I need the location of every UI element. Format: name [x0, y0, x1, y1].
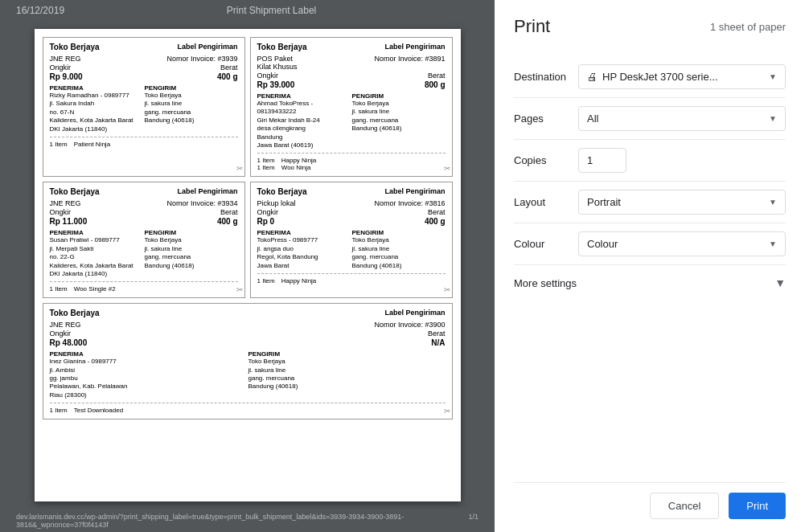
label2-invoice: Nomor Invoice: #3891: [374, 55, 445, 71]
label3-pengirim-addr1: jl. sakura line: [145, 245, 238, 253]
label1-invoice: Nomor Invoice: #3939: [166, 55, 237, 63]
label4-penerima-title: PENERIMA: [257, 229, 351, 236]
label2-pengirim-addr1: jl. sakura line: [352, 108, 446, 116]
destination-control: 🖨 HP DeskJet 3700 serie... ▼: [578, 64, 786, 89]
label5-pengirim-name: Toko Berjaya: [248, 358, 446, 366]
label2-ongkir-val: Rp 39.000: [257, 80, 295, 89]
label4-pengirim-name: Toko Berjaya: [352, 236, 446, 244]
preview-content[interactable]: Toko Berjaya Label Pengiriman JNE REG No…: [0, 21, 495, 509]
label5-berat-lbl: Berat: [428, 329, 446, 338]
label1-shop: Toko Berjaya: [50, 43, 100, 51]
label5-ongkir-val: Rp 48.000: [50, 338, 88, 347]
label1-ongkir-val: Rp 9.000: [50, 72, 83, 81]
label4-pengirim-addr1: jl. sakura line: [352, 245, 446, 253]
print-panel-header: Print 1 sheet of paper: [514, 16, 786, 37]
label3-penerima-title: PENERIMA: [50, 229, 143, 236]
pages-dropdown[interactable]: All ▼: [578, 106, 786, 131]
label2-pengirim-name: Toko Berjaya: [352, 100, 446, 108]
label1-penerima-addr1: jl. Sakura Indah: [50, 100, 143, 108]
layout-dropdown[interactable]: Portrait ▼: [578, 190, 786, 215]
label5-penerima-addr1: jl. Ambisi: [50, 366, 247, 374]
panel-footer: Cancel Print: [514, 482, 786, 519]
print-button[interactable]: Print: [729, 493, 786, 519]
label4-pengirim-addr3: Bandung (40618): [352, 262, 446, 270]
layout-label: Layout: [514, 196, 578, 208]
label2-items1-count: 1 Item: [257, 157, 275, 164]
cut-icon-1: ✂: [236, 164, 243, 173]
label5-penerima-addr3: Pelalawan, Kab. Pelalawan: [50, 383, 247, 391]
colour-control: Colour ▼: [578, 231, 786, 256]
label1-pengirim-addr1: jl. sakura line: [145, 100, 238, 108]
cut-icon-3: ✂: [236, 285, 243, 294]
cancel-button[interactable]: Cancel: [650, 493, 719, 519]
pages-control: All ▼: [578, 106, 786, 131]
label-card-2: Toko Berjaya Label Pengiriman POS Paket …: [250, 37, 453, 177]
label5-shop: Toko Berjaya: [50, 309, 100, 317]
copies-label: Copies: [514, 154, 578, 166]
label4-berat-val: 400 g: [425, 217, 446, 226]
label2-items1-name: Happy Ninja: [281, 157, 317, 164]
label2-berat-lbl: Berat: [428, 72, 446, 80]
label2-shop: Toko Berjaya: [257, 43, 307, 51]
print-panel: Print 1 sheet of paper Destination 🖨 HP …: [495, 0, 805, 532]
colour-dropdown[interactable]: Colour ▼: [578, 231, 786, 256]
layout-row: Layout Portrait ▼: [514, 182, 786, 223]
pages-chevron-icon: ▼: [769, 114, 777, 123]
label3-shop: Toko Berjaya: [50, 187, 100, 196]
settings-list: Destination 🖨 HP DeskJet 3700 serie... ▼…: [514, 56, 786, 482]
label2-ongkir-lbl: Ongkir: [257, 72, 279, 80]
label3-ongkir-val: Rp 11.000: [50, 217, 88, 226]
label4-service: Pickup lokal: [257, 199, 296, 207]
preview-footer: dev.larismanis.dev.cc/wp-admin/?print_sh…: [0, 509, 495, 532]
label4-penerima-addr2: Regol, Kota Bandung: [257, 253, 351, 261]
sheet-info: 1 sheet of paper: [710, 21, 786, 33]
label2-pengirim-title: PENGIRIM: [352, 92, 446, 100]
label3-penerima-addr2: no. 22-G: [50, 253, 143, 261]
label5-penerima-addr4: Riau (28300): [50, 391, 247, 399]
label4-shop: Toko Berjaya: [257, 187, 307, 196]
label-card-3: Toko Berjaya Label Pengiriman JNE REG No…: [43, 182, 245, 298]
label1-berat-val: 400 g: [217, 72, 238, 81]
layout-chevron-icon: ▼: [769, 198, 777, 207]
label5-penerima-addr2: gg. jambu: [50, 374, 247, 383]
label3-penerima-addr3: Kalideres, Kota Jakarta Barat: [50, 262, 143, 270]
label5-berat-val: N/A: [431, 338, 445, 347]
copies-row: Copies: [514, 140, 786, 182]
label2-items2-name: Woo Ninja: [281, 164, 311, 171]
label1-service: JNE REG: [50, 55, 81, 63]
label2-items2-count: 1 Item: [257, 164, 275, 171]
label4-penerima-addr1: jl. angsa duo: [257, 245, 351, 253]
label5-penerima-name: Inez Gianina - 0989777: [50, 358, 247, 366]
print-title: Print: [514, 16, 550, 37]
label1-pengirim-addr2: gang. mercuana: [145, 108, 238, 117]
pages-row: Pages All ▼: [514, 98, 786, 140]
label4-items-count: 1 Item: [257, 277, 275, 284]
label5-items-name: Test Downloaded: [74, 407, 123, 414]
destination-dropdown[interactable]: 🖨 HP DeskJet 3700 serie... ▼: [578, 64, 786, 89]
label3-penerima-addr1: jl. Merpati Sakti: [50, 245, 143, 253]
label3-pengirim-name: Toko Berjaya: [145, 236, 238, 244]
destination-icon: 🖨: [587, 71, 598, 83]
preview-date: 16/12/2019: [16, 5, 64, 16]
colour-value: Colour: [587, 238, 764, 250]
label5-invoice: Nomor Invoice: #3900: [374, 321, 445, 329]
label2-penerima-addr4: Jawa Barat (40619): [257, 141, 351, 149]
preview-url: dev.larismanis.dev.cc/wp-admin/?print_sh…: [16, 513, 468, 529]
label-card-1: Toko Berjaya Label Pengiriman JNE REG No…: [43, 37, 245, 177]
copies-input[interactable]: [578, 148, 626, 173]
label4-ongkir-val: Rp 0: [257, 217, 275, 226]
label1-ongkir-lbl: Ongkir: [50, 63, 72, 72]
label1-penerima-title: PENERIMA: [50, 84, 143, 92]
label2-type: Label Pengiriman: [384, 43, 445, 51]
more-settings-row[interactable]: More settings ▼: [514, 265, 786, 301]
cut-icon-2: ✂: [444, 164, 450, 173]
label-card-5: Toko Berjaya Label Pengiriman JNE REG No…: [43, 303, 453, 419]
label3-service: JNE REG: [50, 199, 81, 207]
colour-chevron-icon: ▼: [769, 239, 777, 248]
label-grid: Toko Berjaya Label Pengiriman JNE REG No…: [43, 37, 453, 419]
label4-penerima-name: TokoPress - 0989777: [257, 236, 351, 244]
label2-penerima-addr3: Bandung: [257, 133, 351, 141]
label5-pengirim-addr2: gang. mercuana: [248, 374, 446, 383]
label2-pengirim-addr2: gang. mercuana: [352, 117, 446, 125]
destination-chevron-icon: ▼: [769, 72, 777, 81]
